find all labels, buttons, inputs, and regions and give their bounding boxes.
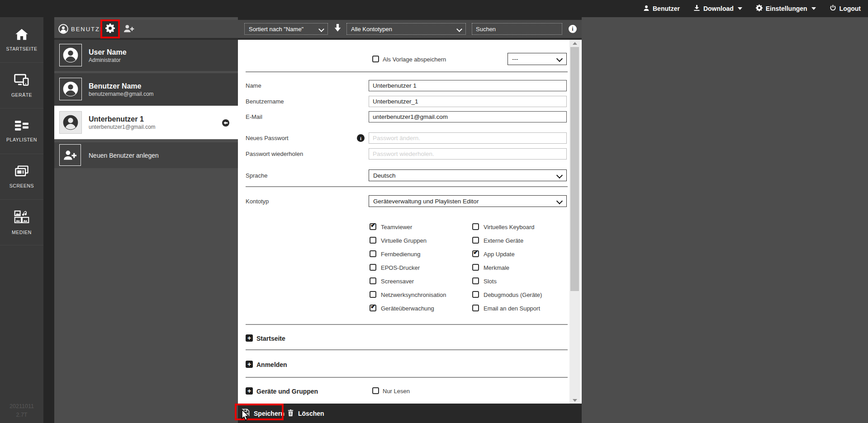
topbar-item-einstellungen[interactable]: Einstellungen — [756, 5, 816, 13]
permission-checkbox[interactable] — [370, 250, 376, 257]
divider — [246, 186, 568, 187]
repeat-password-field[interactable] — [369, 148, 567, 160]
topbar-item-label: Einstellungen — [766, 5, 807, 12]
permission-label: App Update — [484, 251, 515, 258]
divider — [246, 349, 568, 350]
chevron-down-icon — [738, 7, 742, 10]
permission-label: Geräteüberwachung — [381, 305, 434, 312]
screens-icon — [14, 165, 29, 179]
sidebar-item-geraete[interactable]: GERÄTE — [0, 63, 43, 108]
version-date: 20211011 — [0, 402, 43, 411]
triangle-down-icon — [573, 399, 577, 402]
scroll-down-button[interactable] — [569, 397, 580, 404]
save-icon — [242, 409, 250, 418]
permission-checkbox[interactable] — [472, 277, 479, 284]
trash-icon — [287, 409, 294, 418]
permission-label: Virtuelle Gruppen — [381, 237, 427, 244]
search-input[interactable] — [472, 23, 562, 35]
topbar-item-benutzer[interactable]: Benutzer — [643, 5, 680, 13]
chevron-down-icon — [456, 26, 462, 32]
user-row-text: Unterbenutzer 1 unterbenutzer1@gmail.com — [89, 115, 156, 131]
permission-label: Screensaver — [381, 278, 414, 285]
language-select-value: Deutsch — [373, 172, 396, 179]
topbar-item-download[interactable]: Download — [693, 5, 742, 13]
expand-section-icon[interactable]: + — [246, 361, 253, 368]
field-label: Passwort wiederholen — [246, 150, 303, 157]
user-row[interactable]: User Name Administrator — [54, 40, 238, 71]
permission-checkbox[interactable] — [472, 264, 479, 271]
template-select[interactable]: --- — [508, 53, 567, 65]
password-info-icon[interactable]: i — [357, 134, 365, 142]
new-password-field[interactable] — [369, 132, 567, 144]
delete-button-label: Löschen — [298, 410, 324, 417]
divider — [246, 377, 568, 378]
user-detail-form: Als Vorlage abspeichern --- Name Benutze… — [238, 40, 582, 404]
app-version: 20211011 2.7T — [0, 402, 43, 419]
language-select[interactable]: Deutsch — [369, 169, 567, 181]
chevron-down-icon — [556, 172, 563, 179]
sort-direction-icon[interactable] — [334, 24, 342, 34]
sidebar-item-playlisten[interactable]: PLAYLISTEN — [0, 108, 43, 154]
delete-button[interactable]: Löschen — [287, 404, 324, 423]
user-row[interactable]: Benutzer Name benutzername@gmail.com — [54, 73, 238, 105]
gear-icon — [105, 24, 115, 35]
scroll-up-button[interactable] — [569, 40, 580, 47]
permission-checkbox[interactable] — [370, 223, 376, 230]
user-row-text: User Name Administrator — [89, 47, 127, 63]
permission-checkbox[interactable] — [370, 237, 376, 244]
triangle-up-icon — [573, 42, 577, 45]
section-label-startseite: Startseite — [256, 335, 285, 342]
field-label: Sprache — [246, 172, 267, 179]
user-row-selected[interactable]: Unterbenutzer 1 unterbenutzer1@gmail.com — [54, 106, 238, 139]
topbar-item-logout[interactable]: Logout — [830, 5, 861, 13]
permission-checkbox[interactable] — [472, 223, 479, 230]
sidebar-item-label: GERÄTE — [11, 92, 32, 98]
divider — [246, 71, 568, 72]
form-action-bar: Speichern Löschen — [238, 404, 582, 423]
save-button-label: Speichern — [254, 410, 285, 417]
topbar: Benutzer Download Einstellungen Logout — [0, 0, 868, 17]
chevron-down-icon — [556, 56, 563, 62]
sidebar-item-screens[interactable]: SCREENS — [0, 154, 43, 200]
user-settings-button-highlighted[interactable] — [100, 19, 120, 38]
permission-checkbox[interactable] — [472, 237, 479, 244]
sidebar-item-label: PLAYLISTEN — [6, 137, 37, 142]
chevron-down-icon — [556, 198, 563, 204]
avatar-icon — [62, 80, 79, 98]
user-management-app: Benutzer Download Einstellungen Logout S… — [0, 0, 868, 423]
save-as-template-label: Als Vorlage abspeichern — [383, 56, 446, 63]
create-user-row[interactable]: Neuen Benutzer anlegen — [54, 142, 238, 168]
sort-select[interactable]: Sortiert nach "Name" — [244, 23, 328, 35]
sidebar-item-label: MEDIEN — [12, 230, 32, 235]
permission-checkbox[interactable] — [370, 305, 376, 311]
expand-section-icon[interactable]: + — [246, 387, 253, 395]
user-name: Unterbenutzer 1 — [89, 115, 156, 124]
account-type-field-select[interactable]: Geräteverwaltung und Playlisten Editor — [369, 195, 567, 207]
readonly-checkbox[interactable] — [372, 387, 379, 394]
permission-checkbox[interactable] — [472, 305, 479, 311]
permission-checkbox[interactable] — [472, 250, 479, 257]
sidebar-item-medien[interactable]: MEDIEN — [0, 200, 43, 245]
chevron-down-icon — [318, 26, 324, 32]
user-name: Benutzer Name — [89, 81, 154, 90]
permission-label: Externe Geräte — [484, 237, 523, 244]
form-scrollbar[interactable] — [569, 40, 580, 404]
switch-to-user-icon[interactable] — [222, 119, 230, 129]
email-field[interactable] — [369, 111, 567, 122]
save-as-template-checkbox[interactable] — [372, 56, 379, 62]
field-label: E-Mail — [246, 113, 262, 120]
save-button[interactable]: Speichern — [242, 404, 285, 423]
info-icon[interactable]: i — [569, 25, 577, 33]
add-user-icon[interactable] — [123, 24, 134, 35]
scrollbar-thumb[interactable] — [570, 47, 579, 291]
permission-checkbox[interactable] — [370, 277, 376, 284]
version-build: 2.7T — [0, 411, 43, 419]
name-field[interactable] — [369, 80, 567, 91]
permission-checkbox[interactable] — [370, 264, 376, 271]
permission-checkbox[interactable] — [472, 291, 479, 298]
permission-checkbox[interactable] — [370, 291, 376, 298]
expand-section-icon[interactable]: + — [246, 334, 253, 342]
username-field[interactable] — [369, 96, 567, 107]
account-type-select[interactable]: Alle Kontotypen — [346, 23, 466, 35]
sidebar-item-startseite[interactable]: STARTSEITE — [0, 17, 43, 63]
